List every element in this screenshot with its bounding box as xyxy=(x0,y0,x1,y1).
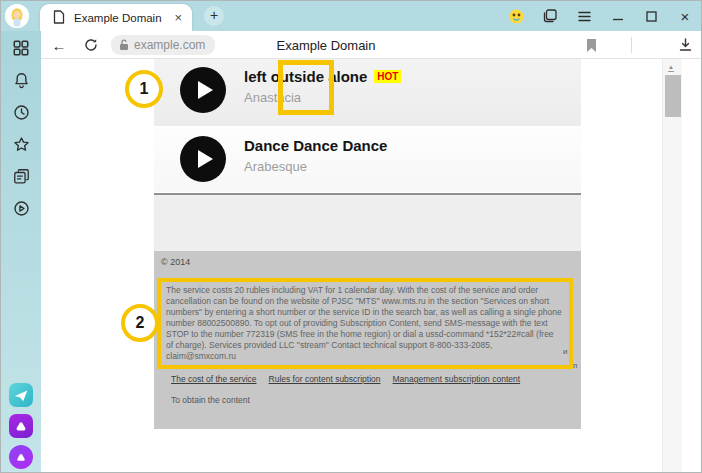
video-play-icon[interactable] xyxy=(10,197,32,219)
track-row-2[interactable]: Dance Dance Dance Arabesque xyxy=(154,128,581,192)
callout-number-2: 2 xyxy=(121,304,159,342)
collections-icon[interactable] xyxy=(10,165,32,187)
footer-links: The cost of the service Rules for conten… xyxy=(171,374,520,384)
play-triangle-icon xyxy=(198,150,213,168)
tab-example-domain[interactable]: Example Domain × xyxy=(40,4,192,31)
bookmarks-star-icon[interactable] xyxy=(10,133,32,155)
track-artist: Arabesque xyxy=(244,159,307,174)
apps-grid-icon[interactable] xyxy=(10,37,32,59)
alice-assistant-icon[interactable] xyxy=(9,445,33,469)
girl-avatar-icon xyxy=(5,4,29,28)
scrollbar-thumb[interactable] xyxy=(665,75,681,117)
messenger-icon[interactable] xyxy=(9,383,33,407)
user-profile-emoji[interactable] xyxy=(508,8,524,24)
toolbar-divider xyxy=(631,37,632,53)
address-bar[interactable]: example.com xyxy=(111,35,215,55)
tab-panels-icon[interactable] xyxy=(542,8,558,24)
play-button-track-1[interactable] xyxy=(180,67,226,113)
profile-avatar[interactable] xyxy=(5,4,29,28)
empty-section xyxy=(154,195,581,251)
minimize-button[interactable] xyxy=(610,8,626,24)
dzen-app-icon[interactable] xyxy=(9,414,33,438)
url-text: example.com xyxy=(134,38,205,52)
link-cost-of-service[interactable]: The cost of the service xyxy=(171,374,257,384)
back-button[interactable]: ← xyxy=(49,35,69,55)
page-footer: © 2014 The service costs 20 rubles inclu… xyxy=(154,251,581,429)
browser-sidebar xyxy=(1,31,41,473)
menu-icon[interactable] xyxy=(576,8,592,24)
legal-text: The service costs 20 rubles including VA… xyxy=(166,285,562,362)
reload-button[interactable] xyxy=(81,35,101,55)
document-icon xyxy=(53,10,65,24)
maximize-button[interactable] xyxy=(643,8,659,24)
window-close-button[interactable]: × xyxy=(677,8,693,24)
link-rules-content-subscription[interactable]: Rules for content subscription xyxy=(269,374,381,384)
scroll-up-arrow[interactable]: ▲ xyxy=(668,64,674,72)
scrollbar[interactable]: ▲ xyxy=(662,59,682,473)
copyright-text: © 2014 xyxy=(161,257,190,267)
play-button-track-2[interactable] xyxy=(180,136,226,182)
bookmark-icon[interactable] xyxy=(581,35,601,55)
tab-bar: Example Domain × + xyxy=(1,1,702,31)
stray-character: п xyxy=(573,361,577,370)
download-icon[interactable] xyxy=(675,35,695,55)
tab-title: Example Domain xyxy=(74,12,162,24)
track-title: Dance Dance Dance xyxy=(244,137,387,154)
emoji-face-icon xyxy=(509,9,524,24)
notifications-bell-icon[interactable] xyxy=(10,69,32,91)
page-viewport: left outside alone HOT Anastacia Dance D… xyxy=(41,59,682,473)
browser-window: Example Domain × + xyxy=(0,0,702,473)
link-management-subscription[interactable]: Management subscription content xyxy=(393,374,521,384)
annotation-highlight-box-1 xyxy=(278,60,334,115)
callout-number-1: 1 xyxy=(125,70,163,108)
play-triangle-icon xyxy=(198,81,213,99)
annotation-highlight-box-2: The service costs 20 rubles including VA… xyxy=(157,278,573,369)
tab-close-icon[interactable]: × xyxy=(174,10,182,25)
track-row-1[interactable]: left outside alone HOT Anastacia xyxy=(154,59,581,126)
lock-icon xyxy=(119,39,129,51)
stray-character: и xyxy=(563,347,567,356)
new-tab-button[interactable]: + xyxy=(204,6,224,26)
obtain-content-text: To obtain the content xyxy=(171,395,250,405)
hot-badge: HOT xyxy=(374,70,401,83)
navigation-toolbar: ← example.com Example Domain xyxy=(41,31,702,59)
omnibox-page-title: Example Domain xyxy=(241,38,411,53)
history-clock-icon[interactable] xyxy=(10,101,32,123)
